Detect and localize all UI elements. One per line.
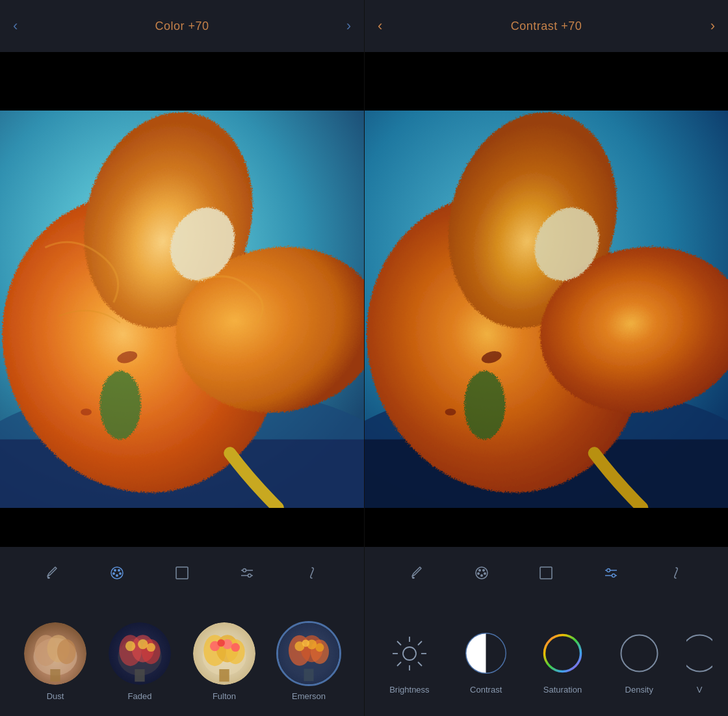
svg-point-61 — [445, 408, 456, 416]
svg-point-20 — [248, 574, 252, 577]
svg-point-72 — [612, 574, 616, 577]
svg-point-14 — [119, 572, 122, 575]
right-nav-back[interactable]: ‹ — [378, 18, 382, 34]
svg-rect-33 — [135, 669, 144, 682]
left-tool-brush[interactable] — [40, 561, 64, 585]
svg-point-67 — [480, 574, 483, 577]
right-header: ‹ Contrast +70 › — [365, 0, 728, 52]
density-label: Density — [625, 685, 653, 695]
right-adjustments-row: Brightness Contrast — [365, 599, 728, 716]
svg-point-50 — [302, 639, 309, 646]
svg-point-84 — [621, 635, 657, 672]
right-flower-image — [365, 111, 728, 508]
svg-point-41 — [217, 639, 225, 646]
svg-rect-42 — [219, 669, 229, 682]
svg-point-65 — [477, 572, 480, 575]
svg-point-85 — [686, 635, 712, 672]
adjust-v[interactable]: V — [686, 628, 712, 695]
right-nav-forward[interactable]: › — [710, 18, 715, 34]
adjust-contrast[interactable]: Contrast — [457, 628, 515, 695]
svg-point-59 — [464, 371, 505, 439]
right-toolbar — [365, 547, 728, 599]
svg-point-24 — [57, 639, 76, 663]
left-image-area — [0, 111, 364, 508]
svg-point-12 — [118, 569, 120, 572]
svg-line-81 — [397, 662, 401, 666]
contrast-icon-wrap — [460, 628, 512, 680]
contrast-icon — [462, 629, 510, 678]
left-header-title: Color +70 — [155, 20, 209, 33]
svg-point-31 — [138, 639, 148, 648]
left-tool-adjustments[interactable] — [235, 561, 259, 585]
saturation-label: Saturation — [543, 685, 582, 695]
v-icon — [686, 632, 712, 674]
svg-point-64 — [482, 569, 485, 572]
right-image-top-bar — [365, 52, 728, 111]
svg-point-9 — [81, 408, 92, 416]
filter-dust-thumb — [23, 621, 88, 686]
right-tool-canvas[interactable] — [534, 561, 558, 585]
left-image-bottom-bar — [0, 508, 364, 547]
filter-fulton-thumb — [192, 621, 257, 686]
left-nav-back[interactable]: ‹ — [13, 18, 18, 34]
right-tool-brush[interactable] — [405, 561, 428, 585]
filter-dust[interactable]: Dust — [23, 621, 88, 701]
svg-point-49 — [315, 643, 324, 652]
svg-point-11 — [114, 569, 116, 572]
filter-faded[interactable]: Faded — [107, 621, 172, 701]
adjust-density[interactable]: Density — [610, 628, 668, 695]
svg-line-80 — [418, 641, 422, 645]
left-nav-forward[interactable]: › — [346, 18, 351, 34]
svg-rect-16 — [176, 567, 188, 579]
v-icon-wrap — [686, 628, 712, 680]
left-flower-image — [0, 111, 364, 508]
svg-point-63 — [478, 569, 481, 572]
svg-line-79 — [418, 662, 422, 666]
filter-dust-label: Dust — [47, 691, 64, 701]
left-toolbar — [0, 547, 364, 599]
v-label: V — [697, 685, 703, 695]
svg-point-40 — [231, 643, 240, 651]
saturation-icon-wrap — [536, 628, 588, 680]
svg-line-78 — [397, 641, 401, 645]
svg-point-66 — [484, 572, 486, 575]
svg-point-32 — [147, 643, 155, 651]
adjust-saturation[interactable]: Saturation — [533, 628, 592, 695]
svg-point-15 — [116, 574, 118, 577]
filter-emerson-label: Emerson — [292, 691, 326, 701]
svg-point-73 — [403, 647, 416, 660]
svg-rect-51 — [304, 669, 313, 681]
right-tool-palette[interactable] — [470, 561, 493, 585]
right-header-title: Contrast +70 — [511, 20, 582, 33]
filter-faded-thumb — [107, 621, 172, 686]
right-tool-text[interactable] — [664, 561, 688, 585]
contrast-label: Contrast — [470, 685, 502, 695]
right-tool-adjustments[interactable] — [599, 561, 623, 585]
left-tool-palette[interactable] — [105, 561, 129, 585]
svg-point-71 — [607, 569, 610, 572]
left-tool-canvas[interactable] — [170, 561, 194, 585]
left-panel: ‹ Color +70 › — [0, 0, 364, 716]
left-filters-row: Dust Faded — [0, 599, 364, 716]
density-icon-wrap — [613, 628, 665, 680]
svg-rect-25 — [50, 669, 60, 682]
svg-point-30 — [125, 641, 135, 650]
filter-emerson-thumb — [276, 621, 341, 686]
filter-faded-label: Faded — [128, 691, 152, 701]
left-header: ‹ Color +70 › — [0, 0, 364, 52]
density-icon — [618, 632, 660, 674]
adjust-brightness[interactable]: Brightness — [380, 628, 439, 695]
svg-rect-68 — [540, 567, 552, 579]
svg-point-7 — [100, 371, 141, 439]
svg-point-19 — [243, 569, 246, 572]
brightness-label: Brightness — [389, 685, 429, 695]
svg-point-13 — [112, 572, 115, 575]
filter-emerson[interactable]: Emerson — [276, 621, 341, 701]
saturation-icon — [541, 632, 584, 674]
left-tool-text[interactable] — [300, 561, 324, 585]
right-image-area — [365, 111, 728, 508]
brightness-icon-wrap — [384, 628, 436, 680]
filter-fulton[interactable]: Fulton — [192, 621, 257, 701]
svg-point-83 — [544, 635, 580, 672]
left-image-top-bar — [0, 52, 364, 111]
